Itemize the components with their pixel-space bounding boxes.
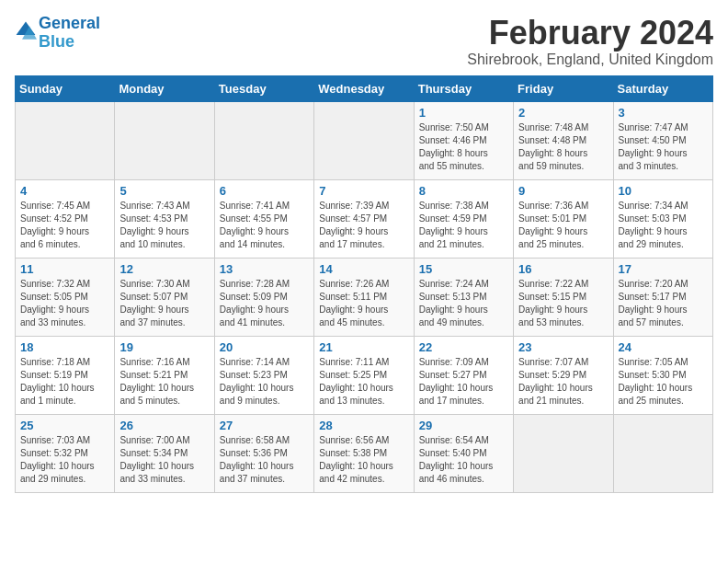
- weekday-header-sunday: Sunday: [16, 75, 115, 101]
- week-row-3: 11Sunrise: 7:32 AM Sunset: 5:05 PM Dayli…: [16, 258, 713, 336]
- day-info: Sunrise: 7:28 AM Sunset: 5:09 PM Dayligh…: [220, 278, 309, 329]
- day-number: 28: [319, 419, 408, 432]
- calendar-cell: 7Sunrise: 7:39 AM Sunset: 4:57 PM Daylig…: [314, 179, 414, 258]
- day-number: 20: [220, 340, 309, 354]
- calendar-cell: 18Sunrise: 7:18 AM Sunset: 5:19 PM Dayli…: [16, 336, 115, 414]
- calendar-cell: 20Sunrise: 7:14 AM Sunset: 5:23 PM Dayli…: [214, 336, 313, 414]
- day-info: Sunrise: 6:58 AM Sunset: 5:36 PM Dayligh…: [220, 434, 309, 486]
- calendar-cell: 5Sunrise: 7:43 AM Sunset: 4:53 PM Daylig…: [115, 179, 214, 258]
- day-info: Sunrise: 7:14 AM Sunset: 5:23 PM Dayligh…: [220, 356, 309, 408]
- calendar-cell: [314, 101, 414, 179]
- calendar-cell: [214, 101, 313, 179]
- title-block: February 2024 Shirebrook, England, Unite…: [467, 15, 713, 68]
- calendar-cell: 10Sunrise: 7:34 AM Sunset: 5:03 PM Dayli…: [613, 179, 712, 258]
- calendar-cell: 9Sunrise: 7:36 AM Sunset: 5:01 PM Daylig…: [514, 179, 613, 258]
- day-info: Sunrise: 7:03 AM Sunset: 5:32 PM Dayligh…: [20, 434, 109, 486]
- day-info: Sunrise: 7:22 AM Sunset: 5:15 PM Dayligh…: [518, 278, 608, 329]
- day-number: 19: [119, 340, 209, 354]
- day-number: 4: [20, 184, 109, 198]
- header: General Blue February 2024 Shirebrook, E…: [15, 15, 713, 68]
- day-info: Sunrise: 7:47 AM Sunset: 4:50 PM Dayligh…: [619, 121, 708, 173]
- calendar-cell: 19Sunrise: 7:16 AM Sunset: 5:21 PM Dayli…: [115, 336, 214, 414]
- day-info: Sunrise: 7:00 AM Sunset: 5:34 PM Dayligh…: [119, 434, 209, 486]
- weekday-header-monday: Monday: [115, 75, 214, 101]
- logo: General Blue: [15, 15, 100, 52]
- calendar-cell: 14Sunrise: 7:26 AM Sunset: 5:11 PM Dayli…: [314, 258, 414, 336]
- calendar-cell: 16Sunrise: 7:22 AM Sunset: 5:15 PM Dayli…: [514, 258, 613, 336]
- day-number: 13: [220, 262, 309, 276]
- calendar-cell: 21Sunrise: 7:11 AM Sunset: 5:25 PM Dayli…: [314, 336, 414, 414]
- day-number: 14: [319, 262, 408, 276]
- day-number: 2: [518, 106, 608, 120]
- calendar-cell: [514, 414, 613, 492]
- day-number: 15: [419, 262, 508, 276]
- calendar-cell: [115, 101, 214, 179]
- day-info: Sunrise: 6:56 AM Sunset: 5:38 PM Dayligh…: [319, 434, 408, 486]
- weekday-header-saturday: Saturday: [613, 75, 712, 101]
- day-number: 7: [319, 184, 408, 198]
- day-number: 24: [619, 340, 708, 354]
- location: Shirebrook, England, United Kingdom: [467, 52, 713, 68]
- day-info: Sunrise: 7:36 AM Sunset: 5:01 PM Dayligh…: [518, 200, 608, 251]
- calendar-cell: 3Sunrise: 7:47 AM Sunset: 4:50 PM Daylig…: [613, 101, 712, 179]
- logo-icon: [15, 20, 37, 42]
- day-info: Sunrise: 7:20 AM Sunset: 5:17 PM Dayligh…: [619, 278, 708, 329]
- calendar-table: SundayMondayTuesdayWednesdayThursdayFrid…: [15, 75, 713, 493]
- calendar-cell: 28Sunrise: 6:56 AM Sunset: 5:38 PM Dayli…: [314, 414, 414, 492]
- day-info: Sunrise: 7:50 AM Sunset: 4:46 PM Dayligh…: [419, 121, 508, 173]
- day-info: Sunrise: 7:24 AM Sunset: 5:13 PM Dayligh…: [419, 278, 508, 329]
- calendar-cell: 2Sunrise: 7:48 AM Sunset: 4:48 PM Daylig…: [514, 101, 613, 179]
- day-info: Sunrise: 7:16 AM Sunset: 5:21 PM Dayligh…: [119, 356, 209, 408]
- calendar-cell: 25Sunrise: 7:03 AM Sunset: 5:32 PM Dayli…: [16, 414, 115, 492]
- day-number: 3: [619, 106, 708, 120]
- weekday-header-tuesday: Tuesday: [214, 75, 313, 101]
- day-number: 26: [119, 419, 209, 432]
- calendar-cell: 17Sunrise: 7:20 AM Sunset: 5:17 PM Dayli…: [613, 258, 712, 336]
- day-number: 27: [220, 419, 309, 432]
- day-number: 12: [119, 262, 209, 276]
- calendar-cell: 24Sunrise: 7:05 AM Sunset: 5:30 PM Dayli…: [613, 336, 712, 414]
- day-number: 21: [319, 340, 408, 354]
- calendar-cell: 11Sunrise: 7:32 AM Sunset: 5:05 PM Dayli…: [16, 258, 115, 336]
- day-info: Sunrise: 7:30 AM Sunset: 5:07 PM Dayligh…: [119, 278, 209, 329]
- week-row-5: 25Sunrise: 7:03 AM Sunset: 5:32 PM Dayli…: [16, 414, 713, 492]
- day-number: 10: [619, 184, 708, 198]
- calendar-cell: 26Sunrise: 7:00 AM Sunset: 5:34 PM Dayli…: [115, 414, 214, 492]
- day-info: Sunrise: 7:05 AM Sunset: 5:30 PM Dayligh…: [619, 356, 708, 408]
- day-number: 22: [419, 340, 508, 354]
- day-number: 8: [419, 184, 508, 198]
- day-info: Sunrise: 7:11 AM Sunset: 5:25 PM Dayligh…: [319, 356, 408, 408]
- calendar-cell: 15Sunrise: 7:24 AM Sunset: 5:13 PM Dayli…: [414, 258, 513, 336]
- week-row-4: 18Sunrise: 7:18 AM Sunset: 5:19 PM Dayli…: [16, 336, 713, 414]
- calendar-cell: 23Sunrise: 7:07 AM Sunset: 5:29 PM Dayli…: [514, 336, 613, 414]
- day-number: 1: [419, 106, 508, 120]
- calendar-cell: 1Sunrise: 7:50 AM Sunset: 4:46 PM Daylig…: [414, 101, 513, 179]
- day-number: 9: [518, 184, 608, 198]
- day-info: Sunrise: 7:41 AM Sunset: 4:55 PM Dayligh…: [220, 200, 309, 251]
- day-info: Sunrise: 7:34 AM Sunset: 5:03 PM Dayligh…: [619, 200, 708, 251]
- month-year: February 2024: [467, 15, 713, 52]
- day-info: Sunrise: 7:43 AM Sunset: 4:53 PM Dayligh…: [119, 200, 209, 251]
- day-number: 11: [20, 262, 109, 276]
- week-row-1: 1Sunrise: 7:50 AM Sunset: 4:46 PM Daylig…: [16, 101, 713, 179]
- day-info: Sunrise: 7:07 AM Sunset: 5:29 PM Dayligh…: [518, 356, 608, 408]
- day-info: Sunrise: 7:38 AM Sunset: 4:59 PM Dayligh…: [419, 200, 508, 251]
- day-info: Sunrise: 7:32 AM Sunset: 5:05 PM Dayligh…: [20, 278, 109, 329]
- calendar-cell: [16, 101, 115, 179]
- day-info: Sunrise: 7:45 AM Sunset: 4:52 PM Dayligh…: [20, 200, 109, 251]
- calendar-cell: 6Sunrise: 7:41 AM Sunset: 4:55 PM Daylig…: [214, 179, 313, 258]
- day-info: Sunrise: 7:39 AM Sunset: 4:57 PM Dayligh…: [319, 200, 408, 251]
- day-number: 16: [518, 262, 608, 276]
- weekday-header-thursday: Thursday: [414, 75, 513, 101]
- calendar-cell: [613, 414, 712, 492]
- day-info: Sunrise: 7:26 AM Sunset: 5:11 PM Dayligh…: [319, 278, 408, 329]
- day-number: 23: [518, 340, 608, 354]
- calendar-cell: 4Sunrise: 7:45 AM Sunset: 4:52 PM Daylig…: [16, 179, 115, 258]
- day-number: 5: [119, 184, 209, 198]
- calendar-cell: 12Sunrise: 7:30 AM Sunset: 5:07 PM Dayli…: [115, 258, 214, 336]
- day-number: 17: [619, 262, 708, 276]
- week-row-2: 4Sunrise: 7:45 AM Sunset: 4:52 PM Daylig…: [16, 179, 713, 258]
- calendar-cell: 22Sunrise: 7:09 AM Sunset: 5:27 PM Dayli…: [414, 336, 513, 414]
- day-number: 29: [419, 419, 508, 432]
- calendar-cell: 27Sunrise: 6:58 AM Sunset: 5:36 PM Dayli…: [214, 414, 313, 492]
